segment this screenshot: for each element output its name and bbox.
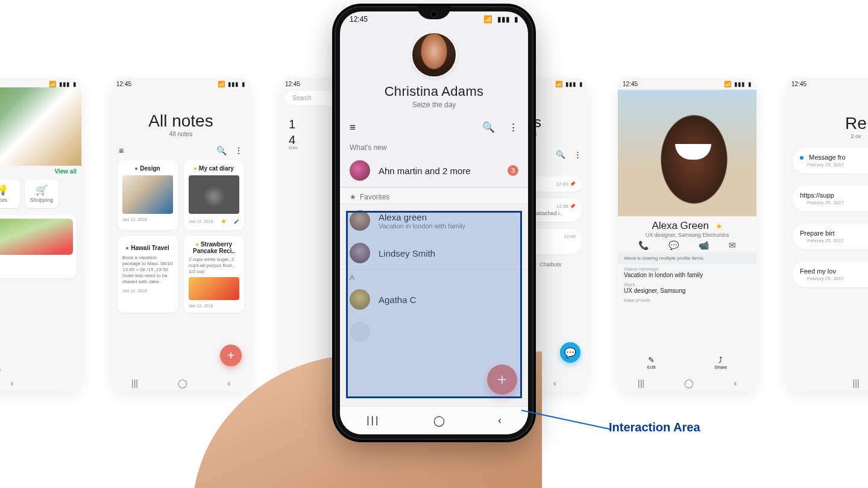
note-card-hawaii[interactable]: Hawaii Travel Book a vacation package to… (118, 236, 178, 313)
favorites-header: ★ Favorites (340, 187, 528, 204)
note-title: My cat diary (199, 165, 234, 172)
signal-icon: ▮▮▮ (228, 81, 239, 87)
note-thumbnail (122, 175, 173, 214)
note-card-design[interactable]: Design Jan 12, 2018 (118, 160, 178, 230)
pin-icon: 📌 (570, 204, 576, 209)
home-icon[interactable]: ◯ (433, 414, 445, 427)
back-icon[interactable]: ‹ (498, 414, 502, 427)
recent-icon[interactable]: ||| (853, 378, 860, 388)
search-icon[interactable]: 🔍 (556, 150, 565, 159)
android-nav: ||| (787, 375, 868, 392)
contact-row[interactable]: Lindsey Smith (340, 237, 528, 269)
wifi-icon: 📶 (49, 81, 56, 87)
back-icon[interactable]: ‹ (553, 378, 556, 388)
note-card-cat[interactable]: My cat diary Jan 12, 2018★🎤 (184, 160, 244, 230)
back-icon[interactable]: ‹ (11, 378, 14, 388)
tab-places[interactable]: Places (0, 365, 1, 372)
message-time: 12:40 (564, 234, 576, 241)
message-time: 12:38 (556, 204, 568, 209)
camera-notch (432, 12, 436, 17)
contact-row[interactable] (340, 316, 528, 348)
status-icons: 📶 ▮▮▮ ▮ (48, 81, 77, 87)
email-icon[interactable]: ✉ (729, 240, 736, 250)
work-label: Work (624, 282, 750, 287)
place-rating: ★★★★ (17) on Yelp (0, 264, 73, 269)
note-card-pancake[interactable]: Strawberry Pancake Reci.. 2 cups white s… (184, 236, 244, 313)
add-note-button[interactable]: + (220, 345, 242, 366)
tab-chatbots[interactable]: Chatbots (539, 261, 561, 267)
profile-share-banner: Alexa is sharing multiple profile items. (618, 252, 756, 264)
whats-new-row[interactable]: Ahn martin and 2 more 3 (340, 154, 528, 187)
mini-notes-screen: 12:45 📶 ▮▮▮ ▮ All notes 48 notes ≡ 🔍 ⋮ (112, 78, 250, 392)
edit-icon: ✎ (647, 355, 656, 364)
status-icons: 📶 ▮▮▮ ▮ (723, 81, 752, 87)
favorites-label: Favorites (360, 193, 389, 201)
contacts-toolbar: ≡ 🔍 ⋮ (340, 121, 528, 141)
note-thumbnail (189, 277, 239, 300)
android-nav: ||| ◯ ‹ (618, 375, 756, 392)
favorite-icon[interactable]: ★ (715, 222, 723, 231)
place-card[interactable]: en Pot ★★★★ (17) on Yelp m / $$ / Organi… (0, 215, 77, 278)
contact-status: Vacation in london with family (379, 222, 518, 230)
wifi-icon: 📶 (555, 81, 562, 87)
status-label: Status message (624, 266, 750, 272)
android-nav: ‹ (0, 375, 81, 392)
hamburger-icon[interactable]: ≡ (350, 122, 356, 134)
home-icon[interactable]: ◯ (178, 378, 187, 388)
android-nav: ||| ◯ ‹ (112, 375, 250, 392)
pin-icon: 📌 (570, 181, 576, 187)
recent-icon[interactable]: ||| (638, 378, 644, 388)
signal-icon: ▮▮▮ (59, 81, 70, 87)
place-title: en Pot (0, 257, 73, 264)
contact-name: Agatha C (379, 295, 518, 305)
hamburger-icon[interactable]: ≡ (119, 146, 124, 155)
mic-icon: 🎤 (234, 219, 239, 224)
reminder-item[interactable]: Message fro Februry 25, 2017 (793, 148, 868, 174)
reminder-item[interactable]: Feed my lov Februry 25, 2017 (793, 261, 868, 287)
tag-card[interactable]: 🛒 Shopping (25, 180, 58, 208)
reminder-date: Februry 25, 2017 (807, 200, 868, 205)
more-icon[interactable]: ⋮ (508, 122, 518, 133)
tag-card[interactable]: 💡 ces (0, 180, 20, 208)
status-time: 12:45 (623, 81, 638, 87)
more-icon[interactable]: ⋮ (574, 150, 582, 159)
tag-label: ces (0, 197, 7, 203)
back-icon[interactable]: ‹ (734, 378, 737, 388)
new-message-button[interactable]: 💬 (560, 342, 580, 363)
note-date: Jan 12, 2018 (122, 217, 146, 222)
recent-icon[interactable]: ||| (366, 414, 380, 427)
notes-title: All notes (112, 111, 250, 131)
call-icon[interactable]: 📞 (638, 240, 649, 250)
dob-label: Date of birth (624, 298, 750, 303)
phone-device: 12:45 📶 ▮▮▮ ▮ Christina Adams Seize the … (335, 6, 533, 440)
contact-avatar (350, 322, 370, 342)
more-icon[interactable]: ⋮ (234, 146, 243, 155)
more-icon[interactable]: ⋮ (67, 91, 77, 102)
mini-places-screen: 📶 ▮▮▮ ▮ ⋮ $80 $48 View all 🏠 me 💡 (0, 78, 81, 392)
share-button[interactable]: ⤴Share (714, 355, 727, 370)
message-icon[interactable]: 💬 (668, 240, 679, 250)
contact-row[interactable]: Agatha C (340, 283, 528, 316)
battery-icon: ▮ (514, 15, 518, 23)
whats-new-title: Ahn martin and 2 more (379, 166, 499, 176)
profile-avatar[interactable] (411, 32, 457, 78)
search-icon[interactable]: 🔍 (482, 122, 495, 133)
star-icon: ★ (350, 193, 356, 201)
reminder-item[interactable]: https://supp Februry 25, 2017 (793, 186, 868, 211)
signal-icon: ▮▮▮ (565, 81, 576, 87)
contact-row[interactable]: Alexa green Vacation in london with fami… (340, 204, 528, 237)
search-icon[interactable]: 🔍 (216, 146, 227, 155)
note-thumbnail (189, 175, 239, 214)
reminder-item[interactable]: Prepare birt Februry 25, 2017 (793, 224, 868, 249)
status-time: 12:45 (350, 15, 368, 23)
note-date: Jan 12, 2018 (189, 304, 213, 308)
home-icon[interactable]: ◯ (684, 378, 694, 388)
recent-icon[interactable]: ||| (131, 378, 138, 388)
back-icon[interactable]: ‹ (227, 378, 230, 388)
edit-button[interactable]: ✎Edit (647, 355, 656, 370)
note-title: Strawberry Pancake Reci.. (193, 241, 235, 254)
video-icon[interactable]: 📹 (699, 240, 709, 250)
view-all-link[interactable]: View all (0, 166, 81, 176)
contact-avatar (350, 243, 370, 263)
add-contact-button[interactable]: + (487, 364, 517, 395)
